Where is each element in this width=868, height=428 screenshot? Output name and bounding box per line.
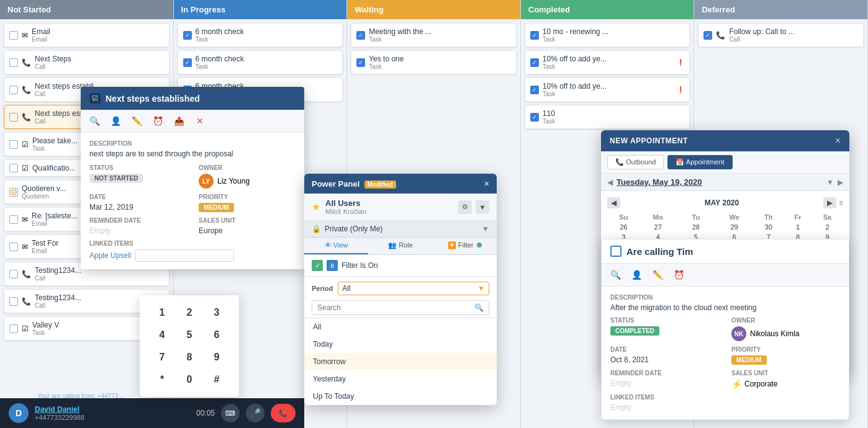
period-option-all[interactable]: All [304,318,497,336]
card-checkbox[interactable] [9,58,18,67]
list-item[interactable]: 6 month checkTask [178,50,343,74]
tab-view[interactable]: 👁 View [304,238,368,254]
list-item[interactable]: Meeting with the ...Task [351,23,517,47]
dialpad-key-8[interactable]: 8 [176,346,203,368]
power-expand-btn[interactable]: ▼ [476,200,489,214]
privacy-expand-icon[interactable]: ▼ [482,225,489,233]
cal-prev-btn[interactable]: ◀ [607,197,620,208]
clock-toolbar-btn[interactable]: ⏰ [150,114,165,128]
linked-item-link[interactable]: Apple Upsell [89,251,131,260]
list-item[interactable]: Yes to oneTask [351,50,517,74]
card-checkbox[interactable] [9,324,18,333]
list-item[interactable]: 10% off to add ye...Task❗ [525,78,690,102]
dialpad-key-star[interactable]: * [148,368,176,391]
card-checkbox[interactable] [9,164,18,172]
period-option-up-to-today[interactable]: Up To Today [304,388,497,405]
clock-toolbar-btn2[interactable]: ⏰ [671,267,686,282]
calendar-filter-icon[interactable]: ≡ [839,198,843,207]
period-select[interactable]: All ▼ [338,282,489,295]
period-option-today[interactable]: Today [304,336,497,353]
power-settings-btn[interactable]: ⚙ [458,200,472,214]
card-checkbox[interactable] [9,140,18,149]
left-arrow-icon[interactable]: ◀ [607,178,613,187]
share-toolbar-btn[interactable]: 📤 [171,114,186,128]
card-title: 6 month check [196,55,338,63]
dialpad-key-4[interactable]: 4 [148,324,176,346]
cal-date[interactable]: 26 [607,222,640,232]
search-toolbar-btn[interactable]: 🔍 [87,114,102,128]
task-panel-body: DESCRIPTION next steps are to send throu… [81,133,304,269]
card-checkbox[interactable] [356,31,365,40]
cal-date[interactable]: 2 [811,222,843,232]
calling-checkbox[interactable] [610,246,622,257]
list-item[interactable]: 10% off to add ye...Task❗ [525,50,690,74]
dialpad-key-6[interactable]: 6 [203,324,230,346]
tab-filter[interactable]: 🔽 Filter [433,238,497,254]
dialpad-key-0[interactable]: 0 [176,368,203,391]
card-checkbox[interactable] [9,297,18,306]
dialpad-key-5[interactable]: 5 [176,324,203,346]
chevron-down-icon[interactable]: ▼ [826,178,834,187]
list-item[interactable]: 110Task [525,105,690,129]
period-option-yesterday[interactable]: Yesterday [304,370,497,388]
caller-avatar: D [9,403,29,423]
list-item[interactable]: ✉EmailEmail [4,23,170,47]
dialpad-key-3[interactable]: 3 [203,301,230,324]
card-checkbox[interactable] [530,86,539,94]
linked-items-input[interactable] [135,249,234,262]
right-arrow-icon[interactable]: ▶ [838,178,843,187]
cal-date[interactable]: 30 [753,222,784,232]
dialpad-toggle-btn[interactable]: ⌨ [221,404,240,422]
call-timer: 00:05 [196,409,215,417]
card-checkbox[interactable] [9,113,18,122]
card-checkbox[interactable] [9,215,18,224]
cal-date[interactable]: 29 [716,222,753,232]
outbound-toggle-btn[interactable]: 📞 Outbound [607,155,664,169]
card-icon: ☑ [22,324,29,333]
cal-date[interactable]: 1 [784,222,811,232]
card-checkbox[interactable] [9,270,18,279]
col-header-in-progress: In Progress [174,0,347,19]
cal-date[interactable]: 28 [676,222,716,232]
card-checkbox[interactable] [9,86,18,94]
privacy-label: 🔒 Private (Only Me) [312,225,382,233]
period-option-tomorrow[interactable]: Tomorrow [304,353,497,370]
card-checkbox[interactable] [530,113,539,122]
search-input[interactable] [317,303,472,312]
edit-toolbar-btn[interactable]: ✏️ [129,114,144,128]
list-item[interactable]: 📞Follow up: Call to ...Call [698,23,864,47]
date-selector-value[interactable]: Tuesday, May 19, 2020 [617,177,823,187]
cal-next-btn[interactable]: ▶ [823,197,836,208]
sales-unit-icon: ⚡ [731,379,742,389]
card-checkbox[interactable] [183,31,192,40]
caller-name[interactable]: David Daniel [35,405,190,414]
card-checkbox[interactable] [356,58,365,67]
list-item[interactable]: 📞Next StepsCall [4,50,170,74]
tab-role[interactable]: 👥 Role [368,238,432,254]
mute-btn[interactable]: 🎤 [246,404,264,422]
card-checkbox[interactable] [9,31,18,40]
card-checkbox[interactable] [703,31,712,40]
person-toolbar-btn[interactable]: 👤 [108,114,123,128]
search-toolbar-btn2[interactable]: 🔍 [608,267,623,282]
card-checkbox[interactable] [9,243,18,251]
dialpad-key-hash[interactable]: # [203,368,230,391]
card-checkbox[interactable] [530,58,539,67]
dialpad-key-7[interactable]: 7 [148,346,176,368]
list-item[interactable]: 6 month checkTask [178,23,343,47]
card-title: Follow up: Call to ... [729,27,858,36]
card-checkbox[interactable] [530,31,539,40]
dialpad-key-2[interactable]: 2 [176,301,203,324]
close-icon[interactable]: × [484,179,489,189]
list-item[interactable]: 10 mo - renewing ...Task [525,23,690,47]
cal-date[interactable]: 27 [640,222,676,232]
end-call-btn[interactable]: 📞 [271,404,296,422]
dialpad-key-1[interactable]: 1 [148,301,176,324]
card-checkbox[interactable] [183,58,192,67]
close-icon[interactable]: × [835,135,841,146]
dialpad-key-9[interactable]: 9 [203,346,230,368]
delete-toolbar-btn[interactable]: ✕ [192,114,207,128]
appointment-toggle-btn[interactable]: 📅 Appointment [667,155,732,169]
person-toolbar-btn2[interactable]: 👤 [629,267,644,282]
edit-toolbar-btn2[interactable]: ✏️ [650,267,665,282]
